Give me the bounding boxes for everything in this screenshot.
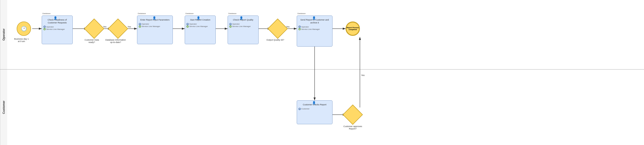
enter-report-role-r: R Operator	[139, 23, 171, 25]
gateway-db-info	[108, 19, 128, 39]
role-icon-a-2: A	[139, 25, 141, 28]
enter-report-db-label: Database	[138, 13, 146, 15]
check-readiness-task[interactable]: Database Check Readiness of Customer Req…	[42, 16, 73, 44]
role-icon-r-4: R	[229, 23, 232, 25]
role-icon-r-2: R	[139, 23, 141, 25]
role-icon-a-5: A	[298, 28, 301, 30]
customer-checks-role-r: R Customer	[298, 108, 331, 110]
send-report-role-a: A Service Line Manager	[298, 28, 331, 30]
check-readiness-role-a: A Service Line Manager	[44, 28, 71, 30]
swimlane-divider	[0, 69, 644, 70]
customer-checks-person-icon: 👤	[312, 101, 316, 104]
role-icon-r-5: R	[298, 26, 301, 28]
start-report-task[interactable]: Database Start Report Creation R Operato…	[185, 16, 216, 44]
start-report-role-a: A Service Line Manager	[186, 25, 214, 28]
end-event: Report Process completed	[346, 22, 360, 36]
check-readiness-label: Check Readiness of Customer Requests	[44, 19, 71, 24]
start-report-person-icon: 👤	[197, 16, 200, 20]
start-event-label: Business day 1 at 9 am	[13, 38, 30, 43]
check-readiness-role-r: R Operator	[44, 26, 71, 28]
gateway-db-info-label: Database Information up-to-date?	[105, 39, 126, 44]
check-quality-task[interactable]: Database Check Report Quality R Operator…	[228, 16, 258, 44]
gateway-customer-approves-label: Customer approves Report?	[341, 125, 365, 130]
gateway-customer-approves	[343, 105, 363, 125]
send-report-db-label: Database	[298, 13, 306, 15]
role-icon-r: R	[44, 26, 46, 28]
role-icon-a-3: A	[186, 25, 189, 28]
gateway-output-quality	[268, 19, 288, 39]
check-quality-db-label: Database	[228, 13, 236, 15]
check-quality-label: Check Report Quality	[229, 19, 257, 22]
end-event-label: Report Process completed	[346, 27, 359, 31]
start-report-label: Start Report Creation	[186, 19, 214, 22]
start-event: 🕐	[17, 22, 31, 36]
check-quality-role-r: R Operator	[229, 23, 257, 25]
start-report-role-r: R Operator	[186, 23, 214, 25]
check-readiness-person-icon: 👤	[54, 16, 57, 20]
swimlane-label-customer: Customer	[0, 70, 7, 145]
enter-report-task[interactable]: Database Enter Report Input Parameters R…	[137, 16, 173, 44]
gateway-customer-data-label: Customer Data ready?	[81, 39, 102, 44]
enter-report-role-a: A Service Line Manager	[139, 25, 171, 28]
send-report-task[interactable]: Database Send Report to Customer and arc…	[297, 16, 332, 47]
enter-report-person-icon: 👤	[152, 16, 156, 20]
check-quality-role-a: A Service Line Manager	[229, 25, 257, 28]
gateway-customer-data	[84, 19, 104, 39]
role-icon-r-3: R	[186, 23, 189, 25]
swimlane-label-operator: Operator	[0, 0, 7, 69]
role-icon-r-6: R	[298, 108, 301, 110]
role-icon-a-4: A	[229, 25, 232, 28]
diagram-container: Operator Customer Yes Ye	[0, 0, 644, 145]
gateway-output-quality-label: Output Quality ok?	[264, 39, 286, 41]
yes-label-1: Yes	[103, 26, 106, 28]
yes-label-4: Yes	[361, 74, 365, 76]
check-readiness-db-label: Database	[42, 13, 50, 15]
check-quality-person-icon: 👤	[240, 16, 243, 20]
send-report-person-icon: 👤	[312, 16, 316, 20]
role-icon-a: A	[44, 28, 46, 30]
send-report-role-r: R Operator	[298, 26, 331, 28]
yes-label-2: Yes	[128, 26, 131, 28]
start-report-db-label: Database	[186, 13, 194, 15]
